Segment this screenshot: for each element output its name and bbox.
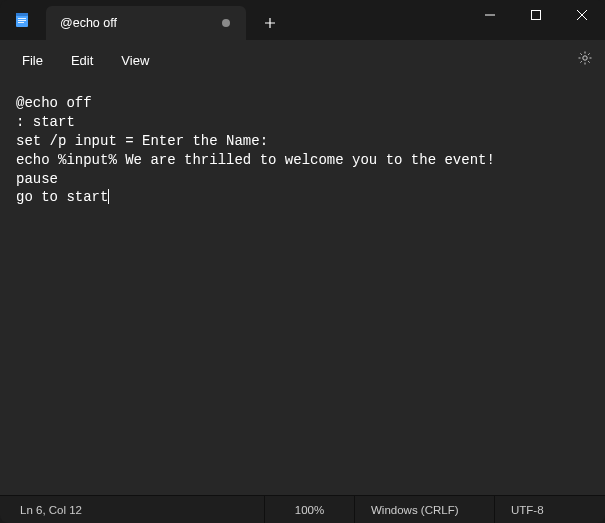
new-tab-button[interactable] (252, 6, 288, 40)
status-encoding[interactable]: UTF-8 (495, 496, 605, 523)
svg-rect-4 (18, 22, 24, 23)
svg-rect-2 (18, 18, 26, 19)
minimize-button[interactable] (467, 0, 513, 30)
settings-button[interactable] (577, 50, 593, 70)
statusbar: Ln 6, Col 12 100% Windows (CRLF) UTF-8 (0, 495, 605, 523)
titlebar: @echo off (0, 0, 605, 40)
active-tab[interactable]: @echo off (46, 6, 246, 40)
menu-edit[interactable]: Edit (59, 47, 105, 74)
status-zoom[interactable]: 100% (265, 496, 355, 523)
svg-point-6 (583, 56, 587, 60)
svg-rect-5 (532, 11, 541, 20)
editor-area[interactable]: @echo off : start set /p input = Enter t… (0, 80, 605, 495)
app-icon (14, 12, 30, 28)
status-position[interactable]: Ln 6, Col 12 (0, 496, 265, 523)
window-controls (467, 0, 605, 40)
editor-content: @echo off : start set /p input = Enter t… (16, 95, 495, 205)
close-button[interactable] (559, 0, 605, 30)
status-line-ending[interactable]: Windows (CRLF) (355, 496, 495, 523)
svg-rect-3 (18, 20, 26, 21)
tab-modified-indicator (222, 19, 230, 27)
menu-file[interactable]: File (10, 47, 55, 74)
svg-rect-1 (16, 13, 28, 16)
menubar: File Edit View (0, 40, 605, 80)
maximize-button[interactable] (513, 0, 559, 30)
menu-view[interactable]: View (109, 47, 161, 74)
text-cursor (108, 189, 109, 204)
tab-title: @echo off (60, 16, 212, 30)
